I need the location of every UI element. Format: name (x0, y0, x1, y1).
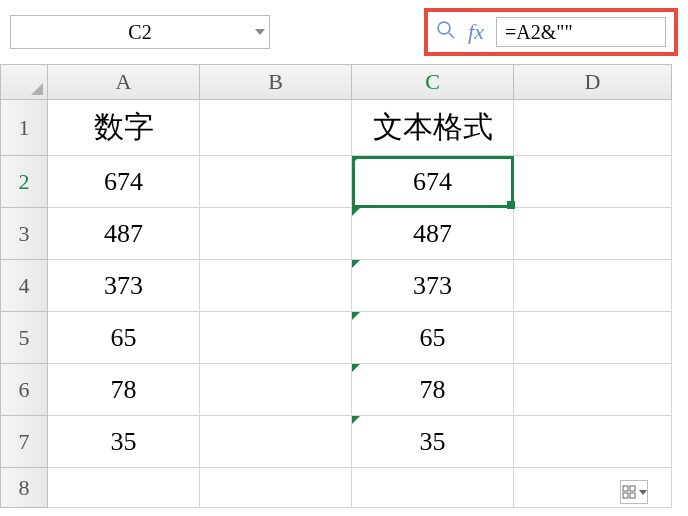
cell-C3[interactable]: 487 (352, 208, 514, 260)
formula-highlight-box: fx =A2&"" (424, 8, 678, 56)
cell-D7[interactable] (514, 416, 672, 468)
cell-B3[interactable] (200, 208, 352, 260)
cell-B8[interactable] (200, 468, 352, 508)
spreadsheet-grid: A B C D 1 数字 文本格式 2 674 674 3 487 487 4 … (0, 64, 688, 508)
cell-C2[interactable]: 674 (352, 156, 514, 208)
cell-B5[interactable] (200, 312, 352, 364)
name-box-value: C2 (128, 21, 151, 44)
row-header-6[interactable]: 6 (0, 364, 48, 416)
row-header-4[interactable]: 4 (0, 260, 48, 312)
col-header-B[interactable]: B (200, 64, 352, 100)
cell-C6[interactable]: 78 (352, 364, 514, 416)
cell-C8[interactable] (352, 468, 514, 508)
cell-B7[interactable] (200, 416, 352, 468)
row-header-7[interactable]: 7 (0, 416, 48, 468)
cell-C4[interactable]: 373 (352, 260, 514, 312)
name-box[interactable]: C2 (10, 15, 270, 49)
cell-D4[interactable] (514, 260, 672, 312)
cell-C7[interactable]: 35 (352, 416, 514, 468)
row-header-2[interactable]: 2 (0, 156, 48, 208)
cell-B6[interactable] (200, 364, 352, 416)
svg-line-1 (449, 33, 454, 38)
paste-options-button[interactable] (620, 480, 648, 504)
cell-B2[interactable] (200, 156, 352, 208)
cell-B4[interactable] (200, 260, 352, 312)
formula-text: =A2&"" (505, 21, 573, 44)
svg-rect-5 (630, 493, 635, 498)
cell-D8[interactable] (514, 468, 672, 508)
cell-A2[interactable]: 674 (48, 156, 200, 208)
col-header-D[interactable]: D (514, 64, 672, 100)
dropdown-icon[interactable] (255, 29, 265, 35)
cell-A4[interactable]: 373 (48, 260, 200, 312)
row-header-8[interactable]: 8 (0, 468, 48, 508)
formula-bar: C2 fx =A2&"" (0, 0, 688, 64)
select-all-corner[interactable] (0, 64, 48, 100)
cell-A8[interactable] (48, 468, 200, 508)
formula-input[interactable]: =A2&"" (496, 17, 666, 47)
paste-icon (622, 485, 636, 499)
cell-A1[interactable]: 数字 (48, 100, 200, 156)
svg-rect-2 (623, 486, 628, 491)
row-header-1[interactable]: 1 (0, 100, 48, 156)
cell-D3[interactable] (514, 208, 672, 260)
cell-A6[interactable]: 78 (48, 364, 200, 416)
cell-A5[interactable]: 65 (48, 312, 200, 364)
cell-C5[interactable]: 65 (352, 312, 514, 364)
svg-point-0 (438, 22, 450, 34)
cell-B1[interactable] (200, 100, 352, 156)
cell-C1[interactable]: 文本格式 (352, 100, 514, 156)
cell-D5[interactable] (514, 312, 672, 364)
cell-A3[interactable]: 487 (48, 208, 200, 260)
cell-D1[interactable] (514, 100, 672, 156)
col-header-C[interactable]: C (352, 64, 514, 100)
svg-rect-3 (630, 486, 635, 491)
svg-rect-4 (623, 493, 628, 498)
cell-A7[interactable]: 35 (48, 416, 200, 468)
search-icon[interactable] (436, 20, 456, 44)
col-header-A[interactable]: A (48, 64, 200, 100)
row-header-3[interactable]: 3 (0, 208, 48, 260)
cell-D6[interactable] (514, 364, 672, 416)
row-header-5[interactable]: 5 (0, 312, 48, 364)
fx-icon[interactable]: fx (468, 19, 484, 45)
cell-D2[interactable] (514, 156, 672, 208)
